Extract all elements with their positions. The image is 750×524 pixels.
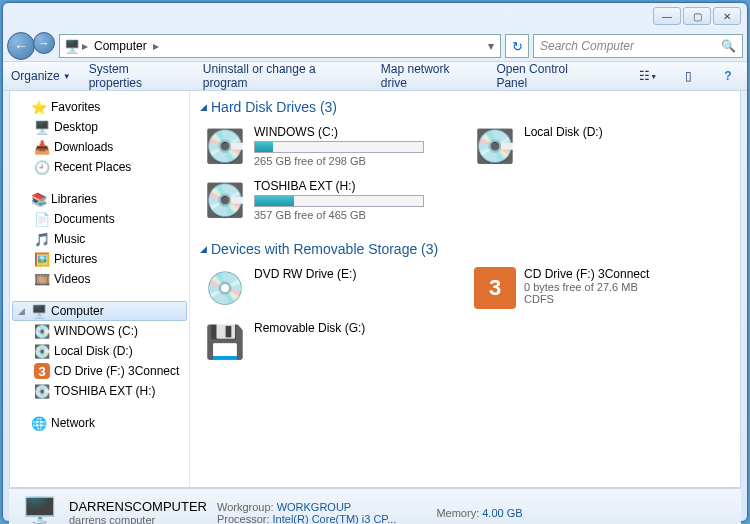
back-button[interactable]: ← — [7, 32, 35, 60]
section-hdd[interactable]: ◢Hard Disk Drives (3) — [200, 97, 730, 121]
music-icon: 🎵 — [34, 231, 50, 247]
sidebar-item-drive-f[interactable]: 3CD Drive (F:) 3Connect — [12, 361, 187, 381]
chevron-down-icon[interactable]: ▾ — [486, 39, 496, 53]
sidebar-item-desktop[interactable]: 🖥️Desktop — [12, 117, 187, 137]
chevron-down-icon: ▼ — [63, 72, 71, 81]
libraries-icon: 📚 — [31, 191, 47, 207]
control-panel-button[interactable]: Open Control Panel — [496, 62, 601, 90]
minimize-button[interactable]: — — [653, 7, 681, 25]
chevron-right-icon: ▸ — [151, 39, 161, 53]
expand-icon: ◢ — [18, 306, 27, 316]
sidebar-item-documents[interactable]: 📄Documents — [12, 209, 187, 229]
breadcrumb-computer[interactable]: Computer — [90, 39, 151, 53]
system-properties-button[interactable]: System properties — [89, 62, 185, 90]
collapse-icon: ◢ — [200, 244, 207, 254]
sidebar-favorites[interactable]: ⭐Favorites — [12, 97, 187, 117]
dvd-icon: 💿 — [204, 267, 246, 309]
details-name: DARRENSCOMPUTER — [69, 499, 207, 514]
recent-icon: 🕘 — [34, 159, 50, 175]
removable-icon: 💾 — [204, 321, 246, 363]
drive-h[interactable]: 💽 TOSHIBA EXT (H:) 357 GB free of 465 GB — [200, 175, 450, 225]
sidebar: ⭐Favorites 🖥️Desktop 📥Downloads 🕘Recent … — [10, 91, 190, 487]
network-icon: 🌐 — [31, 415, 47, 431]
collapse-icon: ◢ — [200, 102, 207, 112]
hdd-icon: 💽 — [204, 125, 246, 167]
sidebar-item-drive-c[interactable]: 💽WINDOWS (C:) — [12, 321, 187, 341]
drive-icon: 💽 — [34, 343, 50, 359]
organize-menu[interactable]: Organize ▼ — [11, 69, 71, 83]
details-pane: 🖥️ DARRENSCOMPUTER darrens computer Work… — [9, 488, 741, 524]
sidebar-computer[interactable]: ◢🖥️Computer — [12, 301, 187, 321]
drive-icon: 💽 — [34, 383, 50, 399]
close-button[interactable]: ✕ — [713, 7, 741, 25]
sidebar-item-music[interactable]: 🎵Music — [12, 229, 187, 249]
drive-d[interactable]: 💽 Local Disk (D:) — [470, 121, 720, 171]
section-removable[interactable]: ◢Devices with Removable Storage (3) — [200, 239, 730, 263]
refresh-button[interactable]: ↻ — [505, 34, 529, 58]
toolbar: Organize ▼ System properties Uninstall o… — [3, 61, 747, 91]
sidebar-network[interactable]: 🌐Network — [12, 413, 187, 433]
help-button[interactable]: ? — [717, 65, 739, 87]
address-bar[interactable]: 🖥️ ▸ Computer ▸ ▾ — [59, 34, 501, 58]
computer-icon: 🖥️ — [64, 38, 80, 54]
computer-icon: 🖥️ — [31, 303, 47, 319]
computer-icon: 🖥️ — [19, 493, 59, 525]
maximize-button[interactable]: ▢ — [683, 7, 711, 25]
titlebar: — ▢ ✕ — [3, 3, 747, 31]
drive-e[interactable]: 💿 DVD RW Drive (E:) — [200, 263, 450, 313]
sidebar-item-drive-d[interactable]: 💽Local Disk (D:) — [12, 341, 187, 361]
sidebar-libraries[interactable]: 📚Libraries — [12, 189, 187, 209]
usage-bar — [254, 195, 424, 207]
uninstall-button[interactable]: Uninstall or change a program — [203, 62, 363, 90]
navbar: ← → 🖥️ ▸ Computer ▸ ▾ ↻ Search Computer … — [3, 31, 747, 61]
details-sub: darrens computer — [69, 514, 207, 524]
map-drive-button[interactable]: Map network drive — [381, 62, 479, 90]
cd-3connect-icon: 3 — [474, 267, 516, 309]
documents-icon: 📄 — [34, 211, 50, 227]
star-icon: ⭐ — [31, 99, 47, 115]
usage-bar — [254, 141, 424, 153]
drive-c[interactable]: 💽 WINDOWS (C:) 265 GB free of 298 GB — [200, 121, 450, 171]
cd-icon: 3 — [34, 363, 50, 379]
view-options-button[interactable]: ☷▼ — [637, 65, 659, 87]
forward-button[interactable]: → — [33, 32, 55, 54]
main-pane: ◢Hard Disk Drives (3) 💽 WINDOWS (C:) 265… — [190, 91, 740, 487]
hdd-icon: 💽 — [204, 179, 246, 221]
explorer-window: — ▢ ✕ ← → 🖥️ ▸ Computer ▸ ▾ ↻ Search Com… — [2, 2, 748, 522]
search-input[interactable]: Search Computer 🔍 — [533, 34, 743, 58]
sidebar-item-pictures[interactable]: 🖼️Pictures — [12, 249, 187, 269]
desktop-icon: 🖥️ — [34, 119, 50, 135]
downloads-icon: 📥 — [34, 139, 50, 155]
sidebar-item-recent[interactable]: 🕘Recent Places — [12, 157, 187, 177]
drive-g[interactable]: 💾 Removable Disk (G:) — [200, 317, 450, 367]
pictures-icon: 🖼️ — [34, 251, 50, 267]
sidebar-item-drive-h[interactable]: 💽TOSHIBA EXT (H:) — [12, 381, 187, 401]
search-icon: 🔍 — [721, 39, 736, 53]
search-placeholder: Search Computer — [540, 39, 634, 53]
videos-icon: 🎞️ — [34, 271, 50, 287]
drive-icon: 💽 — [34, 323, 50, 339]
chevron-right-icon: ▸ — [80, 39, 90, 53]
preview-pane-button[interactable]: ▯ — [677, 65, 699, 87]
sidebar-item-videos[interactable]: 🎞️Videos — [12, 269, 187, 289]
sidebar-item-downloads[interactable]: 📥Downloads — [12, 137, 187, 157]
drive-f[interactable]: 3 CD Drive (F:) 3Connect 0 bytes free of… — [470, 263, 720, 313]
hdd-icon: 💽 — [474, 125, 516, 167]
